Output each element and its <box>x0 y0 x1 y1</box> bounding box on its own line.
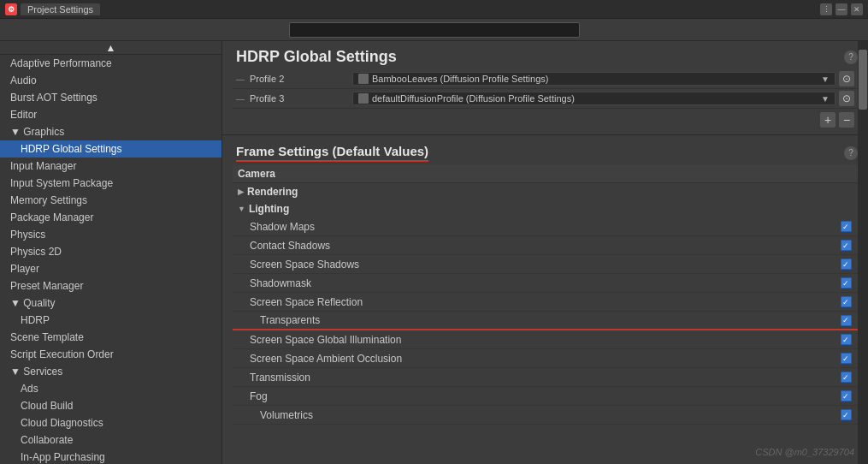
profile-3-handle: — <box>236 94 245 104</box>
sidebar-item-scene-template[interactable]: Scene Template <box>0 329 221 346</box>
page-title: HDRP Global Settings <box>236 48 397 66</box>
content-header: HDRP Global Settings ? <box>222 41 868 69</box>
volumetrics-row: Volumetrics ✓ <box>233 406 858 425</box>
frame-settings-header: Frame Settings (Default Values) ? <box>222 139 868 162</box>
rendering-group-header[interactable]: ▶ Rendering <box>233 183 858 200</box>
rendering-expand-icon: ▶ <box>238 187 244 196</box>
screen-space-reflection-check-icon: ✓ <box>841 296 852 307</box>
remove-profile-btn[interactable]: − <box>839 112 854 128</box>
transparents-row: Transparents ✓ <box>233 312 858 330</box>
shadowmask-check-icon: ✓ <box>841 277 852 289</box>
sidebar-item-editor[interactable]: Editor <box>0 106 221 123</box>
ssgi-check-icon: ✓ <box>841 334 852 345</box>
transparents-label: Transparents <box>260 314 839 326</box>
sidebar-item-collaborate[interactable]: Collaborate <box>0 431 221 449</box>
sidebar-scroll-up[interactable]: ▲ <box>0 41 221 55</box>
transparents-check-icon: ✓ <box>841 315 852 326</box>
profile-2-text: BambooLeaves (Diffusion Profile Settings… <box>372 74 548 84</box>
shadow-maps-check-icon: ✓ <box>841 221 852 232</box>
sidebar-item-preset-manager[interactable]: Preset Manager <box>0 277 221 294</box>
profile-3-dropdown: ▼ <box>821 94 830 104</box>
screen-space-shadows-label: Screen Space Shadows <box>250 259 839 271</box>
ssao-checkbox[interactable]: ✓ <box>839 352 853 366</box>
sidebar-item-graphics[interactable]: ▼ Graphics <box>0 123 221 140</box>
settings-tree: Camera ▶ Rendering ▼ Lighting Shadow Map… <box>222 162 868 428</box>
shadow-maps-checkbox[interactable]: ✓ <box>839 220 853 234</box>
search-bar <box>0 19 868 41</box>
lighting-group-header[interactable]: ▼ Lighting <box>233 200 858 217</box>
shadow-maps-row: Shadow Maps ✓ <box>233 217 858 236</box>
fog-checkbox[interactable]: ✓ <box>839 390 853 403</box>
volumetrics-checkbox[interactable]: ✓ <box>839 408 853 422</box>
shadow-maps-label: Shadow Maps <box>250 221 839 233</box>
add-profile-btn[interactable]: + <box>820 112 836 128</box>
profile-3-value[interactable]: defaultDiffusionProfile (Diffusion Profi… <box>352 92 836 105</box>
search-input[interactable] <box>289 22 580 38</box>
transmission-row: Transmission ✓ <box>233 368 858 387</box>
profile-2-circle-btn[interactable]: ⊙ <box>839 71 854 86</box>
screen-space-reflection-row: Screen Space Reflection ✓ <box>233 293 858 312</box>
sidebar-item-player[interactable]: Player <box>0 260 221 277</box>
transmission-check-icon: ✓ <box>841 372 852 383</box>
sidebar-item-burst-aot[interactable]: Burst AOT Settings <box>0 89 221 106</box>
frame-settings-help-icon[interactable]: ? <box>844 146 858 160</box>
volumetrics-check-icon: ✓ <box>841 409 852 420</box>
sidebar-item-physics[interactable]: Physics <box>0 226 221 243</box>
watermark: CSDN @m0_37329704 <box>755 447 854 457</box>
screen-space-shadows-check-icon: ✓ <box>841 259 852 270</box>
transmission-checkbox[interactable]: ✓ <box>839 371 853 384</box>
profile-2-value[interactable]: BambooLeaves (Diffusion Profile Settings… <box>352 72 836 86</box>
sidebar-item-package-manager[interactable]: Package Manager <box>0 209 221 226</box>
fog-label: Fog <box>250 390 839 402</box>
profile-3-circle-btn[interactable]: ⊙ <box>839 91 854 106</box>
screen-space-shadows-checkbox[interactable]: ✓ <box>839 258 853 271</box>
divider-1 <box>222 134 868 135</box>
profiles-section: — Profile 2 BambooLeaves (Diffusion Prof… <box>222 69 868 131</box>
sidebar-item-memory-settings[interactable]: Memory Settings <box>0 192 221 209</box>
sidebar-item-quality[interactable]: ▼ Quality <box>0 294 221 312</box>
sidebar-item-input-system[interactable]: Input System Package <box>0 175 221 192</box>
profile-2-dropdown: ▼ <box>821 74 830 84</box>
sidebar-item-hdrp-global[interactable]: HDRP Global Settings <box>0 140 221 158</box>
sidebar-item-cloud-diagnostics[interactable]: Cloud Diagnostics <box>0 414 221 431</box>
help-icon[interactable]: ? <box>844 51 858 64</box>
transparents-checkbox[interactable]: ✓ <box>839 313 853 327</box>
sidebar-item-ads[interactable]: Ads <box>0 380 221 397</box>
content-scrollbar[interactable] <box>858 41 868 464</box>
app-icon: ⚙ <box>5 3 17 15</box>
sidebar-item-script-execution[interactable]: Script Execution Order <box>0 346 221 363</box>
profile-row-2: — Profile 2 BambooLeaves (Diffusion Prof… <box>233 69 858 89</box>
title-bar: ⚙ Project Settings ⋮ — ✕ <box>0 0 868 19</box>
sidebar-item-in-app-purchasing[interactable]: In-App Purchasing <box>0 449 221 464</box>
screen-space-shadows-row: Screen Space Shadows ✓ <box>233 255 858 274</box>
sidebar-item-audio[interactable]: Audio <box>0 72 221 89</box>
ssgi-checkbox[interactable]: ✓ <box>839 333 853 347</box>
rendering-label: Rendering <box>247 186 298 198</box>
sidebar-item-hdrp[interactable]: HDRP <box>0 312 221 329</box>
sidebar-item-physics-2d[interactable]: Physics 2D <box>0 243 221 260</box>
transmission-label: Transmission <box>250 372 839 384</box>
shadowmask-row: Shadowmask ✓ <box>233 274 858 293</box>
contact-shadows-checkbox[interactable]: ✓ <box>839 239 853 253</box>
sidebar-item-input-manager[interactable]: Input Manager <box>0 158 221 175</box>
contact-shadows-label: Contact Shadows <box>250 240 839 252</box>
sidebar-item-adaptive-performance[interactable]: Adaptive Performance <box>0 55 221 72</box>
fog-row: Fog ✓ <box>233 387 858 406</box>
sidebar-item-services[interactable]: ▼ Services <box>0 363 221 380</box>
frame-settings-title: Frame Settings (Default Values) <box>236 144 428 162</box>
menu-btn[interactable]: ⋮ <box>820 3 832 15</box>
minimize-btn[interactable]: — <box>836 3 847 15</box>
profile-2-handle: — <box>236 74 245 84</box>
ssgi-row: Screen Space Global Illumination ✓ <box>233 330 858 349</box>
content-area: HDRP Global Settings ? — Profile 2 Bambo… <box>222 41 868 464</box>
window-controls: ⋮ — ✕ <box>820 3 863 15</box>
fog-check-icon: ✓ <box>841 390 852 402</box>
ssao-label: Screen Space Ambient Occlusion <box>250 353 839 365</box>
close-btn[interactable]: ✕ <box>851 3 863 15</box>
screen-space-reflection-checkbox[interactable]: ✓ <box>839 295 853 309</box>
sidebar-item-cloud-build[interactable]: Cloud Build <box>0 397 221 414</box>
contact-shadows-row: Contact Shadows ✓ <box>233 236 858 255</box>
shadowmask-checkbox[interactable]: ✓ <box>839 277 853 290</box>
profile-2-icon <box>358 74 369 84</box>
profile-3-label: Profile 3 <box>250 93 352 104</box>
